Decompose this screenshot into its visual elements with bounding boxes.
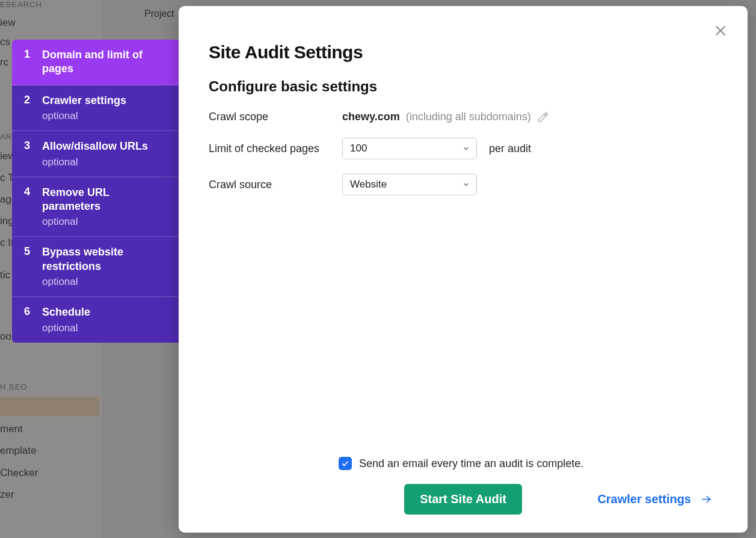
step-optional-label: optional: [42, 156, 148, 168]
action-row: Start Site Audit Crawler settings: [209, 483, 718, 515]
close-button[interactable]: [711, 22, 730, 40]
step-title: Bypass website restrictions: [42, 245, 167, 274]
wizard-step-3[interactable]: 3Allow/disallow URLsoptional: [12, 131, 179, 177]
chevron-down-icon: [462, 180, 470, 189]
crawl-scope-label: Crawl scope: [209, 111, 342, 123]
wizard-steps: 1Domain and limit of pages2Crawler setti…: [12, 40, 179, 343]
source-select-value: Website: [350, 179, 387, 191]
step-number: 6: [24, 305, 31, 334]
next-step-link[interactable]: Crawler settings: [597, 492, 713, 506]
source-label: Crawl source: [209, 179, 342, 191]
step-title: Allow/disallow URLs: [42, 139, 148, 153]
step-optional-label: optional: [42, 322, 90, 334]
step-number: 1: [24, 48, 31, 76]
wizard-step-4[interactable]: 4Remove URL parametersoptional: [12, 177, 179, 237]
close-icon: [714, 24, 727, 37]
step-number: 3: [24, 139, 31, 168]
email-notify-row: Send an email every time an audit is com…: [209, 457, 718, 470]
source-select[interactable]: Website: [342, 174, 477, 195]
limit-row: Limit of checked pages 100 per audit: [209, 138, 718, 159]
modal-footer: Send an email every time an audit is com…: [209, 445, 718, 515]
modal-title: Site Audit Settings: [209, 42, 718, 63]
chevron-down-icon: [462, 144, 470, 153]
wizard-step-1[interactable]: 1Domain and limit of pages: [12, 40, 179, 85]
crawl-scope-domain: chewy.com: [342, 111, 400, 123]
limit-select-value: 100: [350, 142, 367, 154]
source-row: Crawl source Website: [209, 174, 718, 195]
start-audit-button[interactable]: Start Site Audit: [404, 484, 522, 515]
step-number: 5: [24, 245, 31, 288]
arrow-right-icon: [699, 494, 713, 504]
check-icon: [341, 459, 349, 468]
crawl-scope-row: Crawl scope chewy.com (including all sub…: [209, 111, 718, 123]
wizard-step-5[interactable]: 5Bypass website restrictionsoptional: [12, 237, 179, 297]
section-title: Configure basic settings: [209, 78, 718, 95]
settings-modal: Site Audit Settings Configure basic sett…: [179, 6, 748, 533]
crawl-scope-note: (including all subdomains): [406, 111, 531, 123]
email-checkbox[interactable]: [339, 457, 352, 470]
limit-label: Limit of checked pages: [209, 142, 342, 155]
next-step-label: Crawler settings: [597, 492, 691, 506]
step-title: Schedule: [42, 305, 90, 319]
settings-form: Crawl scope chewy.com (including all sub…: [209, 111, 718, 195]
step-title: Remove URL parameters: [42, 186, 167, 214]
step-optional-label: optional: [42, 110, 126, 122]
step-number: 4: [24, 186, 31, 228]
step-title: Domain and limit of pages: [42, 48, 167, 76]
wizard-step-6[interactable]: 6Scheduleoptional: [12, 297, 179, 342]
pencil-icon: [537, 111, 549, 123]
email-checkbox-label: Send an email every time an audit is com…: [359, 457, 583, 470]
step-optional-label: optional: [42, 276, 167, 288]
step-title: Crawler settings: [42, 94, 126, 108]
edit-scope-button[interactable]: [537, 111, 549, 123]
step-number: 2: [24, 94, 31, 122]
limit-select[interactable]: 100: [342, 138, 477, 159]
step-optional-label: optional: [42, 216, 167, 228]
limit-suffix: per audit: [489, 142, 531, 155]
wizard-step-2[interactable]: 2Crawler settingsoptional: [12, 85, 179, 131]
